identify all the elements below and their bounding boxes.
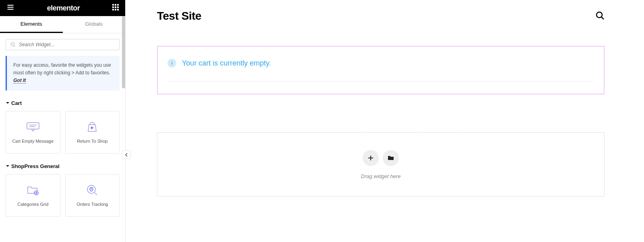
panel-tabs: Elements Globals xyxy=(0,16,125,33)
category-title: Cart xyxy=(11,100,22,106)
sidebar-scrollbar[interactable] xyxy=(122,16,125,88)
canvas-header: Test Site xyxy=(157,10,605,23)
widget-label: Cart Empty Message xyxy=(12,139,54,144)
widget-return-to-shop[interactable]: Return To Shop xyxy=(65,111,120,154)
category-header-shoppress[interactable]: ShopPress General xyxy=(6,161,120,174)
widget-orders-tracking[interactable]: Orders Tracking xyxy=(65,174,120,217)
search-icon xyxy=(10,42,16,47)
folder-icon xyxy=(388,155,394,161)
drop-zone[interactable]: Drag widget here xyxy=(157,132,605,197)
svg-rect-11 xyxy=(117,9,119,10)
drop-hint: Drag widget here xyxy=(361,173,401,179)
drop-actions xyxy=(363,150,399,166)
apps-icon[interactable] xyxy=(112,4,119,12)
widget-label: Categories Grid xyxy=(17,202,48,207)
widget-label: Return To Shop xyxy=(77,139,107,144)
caret-down-icon xyxy=(6,101,10,105)
svg-point-23 xyxy=(597,12,602,18)
search-pin-icon xyxy=(86,184,98,196)
collapse-sidebar-button[interactable] xyxy=(122,150,131,159)
tip-box: For easy access, favorite the widgets yo… xyxy=(6,56,120,90)
svg-rect-14 xyxy=(27,123,39,129)
notice-text: Your cart is currently empty. xyxy=(182,59,271,68)
search-wrap xyxy=(0,33,125,56)
svg-rect-4 xyxy=(115,4,116,6)
menu-icon[interactable] xyxy=(6,3,14,13)
widget-grid: Categories Grid Orders Tracking xyxy=(6,174,120,217)
logo: elementor xyxy=(47,4,80,12)
svg-rect-7 xyxy=(115,6,116,8)
add-template-button[interactable] xyxy=(383,150,399,166)
svg-rect-5 xyxy=(117,4,119,6)
widget-grid: Cart Empty Message Return To Shop xyxy=(6,111,120,154)
svg-line-21 xyxy=(95,193,97,195)
svg-point-22 xyxy=(91,188,92,189)
svg-rect-9 xyxy=(112,9,114,10)
svg-point-12 xyxy=(11,43,14,46)
svg-line-24 xyxy=(602,17,604,20)
sidebar: elementor Elements Globals For easy acce… xyxy=(0,0,126,242)
widget-cart-empty-message[interactable]: Cart Empty Message xyxy=(6,111,60,154)
widget-categories-grid[interactable]: Categories Grid xyxy=(6,174,60,217)
site-title: Test Site xyxy=(157,10,201,23)
add-section-button[interactable] xyxy=(363,150,379,166)
info-icon: i xyxy=(167,59,176,68)
svg-rect-6 xyxy=(112,6,114,8)
site-search-button[interactable] xyxy=(595,10,605,22)
category-shoppress-general: ShopPress General Categories Grid Orders… xyxy=(0,161,125,224)
folder-grid-icon xyxy=(27,184,39,196)
category-title: ShopPress General xyxy=(11,163,60,169)
svg-line-13 xyxy=(14,46,15,47)
search-box[interactable] xyxy=(6,39,120,50)
tab-elements[interactable]: Elements xyxy=(0,16,63,33)
svg-rect-3 xyxy=(112,4,114,6)
chat-icon xyxy=(26,121,40,133)
category-header-cart[interactable]: Cart xyxy=(6,98,120,111)
canvas: Test Site i Your cart is currently empty… xyxy=(126,0,644,242)
chevron-left-icon xyxy=(125,153,128,157)
cart-empty-notice: i Your cart is currently empty. xyxy=(167,59,594,82)
svg-rect-8 xyxy=(117,6,119,8)
sidebar-header: elementor xyxy=(0,0,125,16)
category-cart: Cart Cart Empty Message Return To Shop xyxy=(0,98,125,161)
search-icon xyxy=(595,10,605,20)
tab-globals[interactable]: Globals xyxy=(63,16,126,33)
bag-back-icon xyxy=(87,121,98,133)
plus-icon xyxy=(367,155,374,161)
tip-dismiss-link[interactable]: Got It xyxy=(13,78,26,84)
svg-rect-10 xyxy=(115,9,116,10)
search-input[interactable] xyxy=(19,42,115,47)
cart-section[interactable]: i Your cart is currently empty. xyxy=(157,46,605,94)
tip-text: For easy access, favorite the widgets yo… xyxy=(13,62,111,76)
caret-down-icon xyxy=(6,164,10,168)
widget-label: Orders Tracking xyxy=(76,202,108,207)
